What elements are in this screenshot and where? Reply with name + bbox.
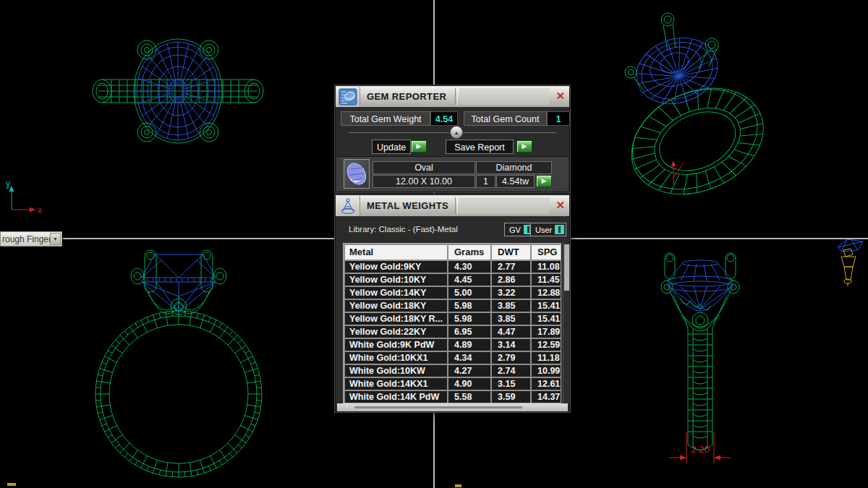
panel-title: METAL WEIGHTS	[360, 200, 448, 211]
table-row-10-dwt[interactable]: 3.59	[492, 391, 530, 403]
table-row-3-grams[interactable]: 5.98	[448, 300, 490, 312]
panel-title: GEM REPORTER	[360, 91, 446, 102]
gem-summary-row: Oval Diamond 12.00 X 10.00 1 4.54tw ▶	[336, 156, 569, 192]
table-row-0-metal[interactable]: Yellow Gold:9KY	[345, 261, 447, 273]
table-row-9-grams[interactable]: 4.90	[448, 378, 490, 390]
gem-reporter-panel: GEM REPORTER ✕ Total Gem Weight 4.54 Tot…	[335, 85, 570, 192]
user-toggle-label: User	[532, 226, 555, 234]
table-row-0-spg[interactable]: 11.08	[532, 261, 561, 273]
play-icon: ▶	[542, 178, 547, 184]
table-row-9-dwt[interactable]: 3.15	[492, 378, 530, 390]
gem-reporter-icon	[336, 87, 360, 107]
gem-size-cell: 12.00 X 10.00	[373, 175, 475, 188]
table-row-3-metal[interactable]: Yellow Gold:18KY	[345, 300, 447, 312]
table-row-6-grams[interactable]: 4.89	[448, 339, 490, 351]
table-row-4-metal[interactable]: Yellow Gold:18KY R...	[345, 313, 447, 325]
metal-weights-icon	[336, 196, 360, 216]
toggle-indicator-icon	[555, 225, 564, 234]
table-row-2-grams[interactable]: 5.00	[448, 287, 490, 299]
vertical-scrollbar[interactable]	[563, 243, 570, 403]
gem-shape-header: Oval	[373, 161, 475, 174]
total-gem-weight-value: 4.54	[430, 111, 458, 126]
cad-workspace: 2.20yx rough Finger ▼ GEM REPORTER ✕ Tot…	[0, 0, 868, 488]
table-row-4-spg[interactable]: 15.41	[532, 313, 561, 325]
table-row-9-metal[interactable]: White Gold:14KX1	[345, 378, 447, 390]
table-row-8-grams[interactable]: 4.27	[448, 365, 490, 377]
table-row-3-spg[interactable]: 15.41	[532, 300, 561, 312]
table-row-8-dwt[interactable]: 2.74	[492, 365, 530, 377]
finger-rail-dropdown[interactable]: rough Finger ▼	[0, 231, 62, 247]
table-row-8-metal[interactable]: White Gold:10KW	[345, 365, 447, 377]
titlebar-notch	[455, 88, 458, 105]
total-gem-count-label: Total Gem Count	[464, 111, 547, 126]
table-row-6-metal[interactable]: White Gold:9K PdW	[345, 339, 447, 351]
table-row-7-grams[interactable]: 4.34	[448, 352, 490, 364]
close-icon[interactable]: ✕	[556, 90, 565, 103]
column-header-dwt[interactable]: DWT	[492, 245, 530, 260]
gv-toggle-label: GV	[506, 226, 524, 234]
column-header-metal[interactable]: Metal	[345, 245, 447, 260]
play-icon: ▶	[417, 143, 422, 150]
update-run-button[interactable]: ▶	[411, 140, 427, 153]
table-row-7-spg[interactable]: 11.18	[532, 352, 561, 364]
table-row-4-grams[interactable]: 5.98	[448, 313, 490, 325]
table-row-2-dwt[interactable]: 3.22	[492, 287, 530, 299]
play-icon: ▶	[522, 143, 527, 150]
gem-thumbnail[interactable]	[344, 159, 370, 189]
total-gem-count-value: 1	[547, 111, 570, 126]
gem-type-header: Diamond	[476, 161, 552, 174]
table-row-8-spg[interactable]: 10.99	[532, 365, 561, 377]
table-row-1-spg[interactable]: 11.45	[532, 274, 561, 286]
table-row-5-grams[interactable]: 6.95	[448, 326, 490, 338]
svg-text:2.20: 2.20	[691, 444, 709, 455]
gem-weight-cell: 4.54tw	[496, 175, 535, 188]
collapse-arrow-icon: ▲	[454, 130, 459, 135]
table-row-2-metal[interactable]: Yellow Gold:14KY	[345, 287, 447, 299]
finger-rail-dropdown-label: rough Finger	[1, 234, 50, 244]
titlebar-trench	[459, 88, 550, 105]
collapse-button[interactable]: ▲	[450, 126, 463, 139]
vertical-scrollbar-thumb[interactable]	[564, 244, 569, 291]
table-row-9-spg[interactable]: 12.61	[532, 378, 561, 390]
table-row-6-dwt[interactable]: 3.14	[492, 339, 530, 351]
column-header-grams[interactable]: Grams	[448, 245, 490, 260]
table-row-0-grams[interactable]: 4.30	[448, 261, 490, 273]
user-toggle-button[interactable]: User	[530, 223, 566, 236]
table-row-1-grams[interactable]: 4.45	[448, 274, 490, 286]
table-row-10-metal[interactable]: White Gold:14K PdW	[345, 391, 447, 403]
gem-row-action-button[interactable]: ▶	[536, 175, 552, 187]
library-label: Library: Classic - (Fast)-Metal	[349, 225, 458, 234]
table-row-0-dwt[interactable]: 2.77	[492, 261, 530, 273]
table-row-2-spg[interactable]: 12.88	[532, 287, 561, 299]
svg-text:y: y	[6, 179, 10, 189]
table-row-3-dwt[interactable]: 3.85	[492, 300, 530, 312]
total-gem-weight-label: Total Gem Weight	[341, 111, 430, 126]
table-row-10-grams[interactable]: 5.58	[448, 391, 490, 403]
save-report-run-button[interactable]: ▶	[516, 140, 532, 153]
table-row-4-dwt[interactable]: 3.85	[492, 313, 530, 325]
table-row-10-spg[interactable]: 14.37	[532, 391, 561, 403]
table-row-5-metal[interactable]: Yellow Gold:22KY	[345, 326, 447, 338]
chevron-down-icon[interactable]: ▼	[50, 233, 61, 245]
gem-reporter-titlebar[interactable]: GEM REPORTER ✕	[336, 86, 569, 108]
column-header-spg[interactable]: SPG	[532, 245, 561, 260]
table-row-7-dwt[interactable]: 2.79	[492, 352, 530, 364]
table-row-5-spg[interactable]: 17.89	[532, 326, 561, 338]
table-row-7-metal[interactable]: White Gold:10KX1	[345, 352, 447, 364]
save-report-button[interactable]: Save Report	[446, 140, 514, 154]
horizontal-scrollbar[interactable]	[337, 403, 568, 411]
update-button[interactable]: Update	[372, 140, 411, 154]
metal-weights-table: Metal Grams DWT SPG Yellow Gold:9KY4.302…	[343, 243, 561, 403]
titlebar-notch	[455, 197, 458, 214]
titlebar-trench	[459, 197, 550, 214]
table-row-1-metal[interactable]: Yellow Gold:10KY	[345, 274, 447, 286]
table-row-1-dwt[interactable]: 2.86	[492, 274, 530, 286]
close-icon[interactable]: ✕	[556, 199, 565, 212]
metal-weights-panel: METAL WEIGHTS ✕ Library: Classic - (Fast…	[335, 194, 570, 412]
table-row-5-dwt[interactable]: 4.47	[492, 326, 530, 338]
table-row-6-spg[interactable]: 12.59	[532, 339, 561, 351]
horizontal-scrollbar-thumb[interactable]	[354, 406, 522, 408]
svg-text:x: x	[38, 205, 42, 215]
metal-weights-titlebar[interactable]: METAL WEIGHTS ✕	[336, 195, 569, 217]
gem-count-cell: 1	[476, 175, 495, 188]
